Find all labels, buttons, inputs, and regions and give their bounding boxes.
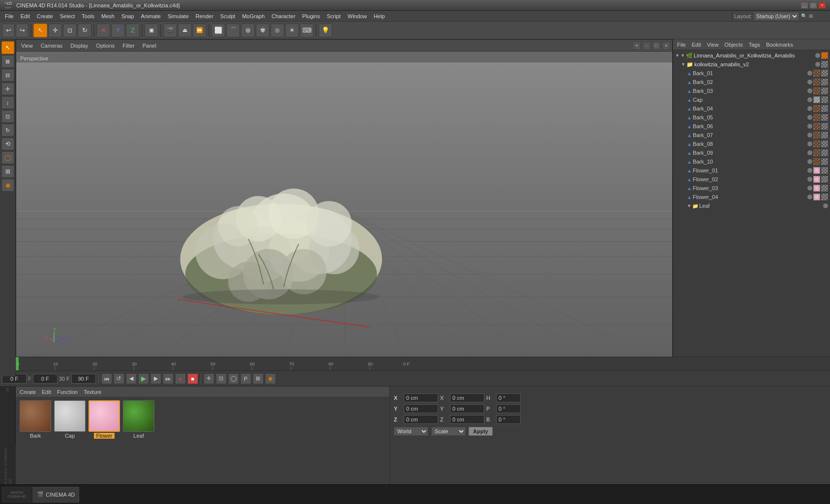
left-tool-11[interactable]: ◉ [1, 179, 14, 192]
obj-bark02-row[interactable]: ▲ Bark_02 [674, 78, 829, 86]
vp-tab-cameras[interactable]: Cameras [38, 42, 66, 50]
render-region-button[interactable]: ⏏ [178, 24, 192, 37]
menu-render[interactable]: Render [193, 12, 216, 20]
obj-menu-file[interactable]: File [675, 41, 688, 49]
obj-bark09-row[interactable]: ▲ Bark_09 [674, 148, 829, 157]
coord-p-input[interactable] [496, 404, 521, 413]
obj-menu-bookmarks[interactable]: Bookmarks [764, 41, 795, 49]
menu-plugins[interactable]: Plugins [299, 12, 323, 20]
nurbs-button[interactable]: ⊛ [241, 24, 255, 37]
stop-button[interactable]: ■ [187, 373, 198, 384]
obj-bark06-row[interactable]: ▲ Bark_06 [674, 122, 829, 131]
transport-extra[interactable]: ◉ [265, 373, 276, 384]
vp-tab-view[interactable]: View [18, 42, 36, 50]
obj-bark05-row[interactable]: ▲ Bark_05 [674, 113, 829, 122]
left-tool-1[interactable]: ↖ [1, 41, 14, 54]
obj-flower01-row[interactable]: ▲ Flower_01 [674, 166, 829, 175]
vp-ctrl-plus[interactable]: + [633, 42, 641, 50]
menu-tools[interactable]: Tools [79, 12, 97, 20]
coord-world-select[interactable]: World Object [394, 427, 428, 436]
obj-bark08-row[interactable]: ▲ Bark_08 [674, 140, 829, 148]
menu-file[interactable]: File [2, 12, 17, 20]
transport-circle[interactable]: ◯ [228, 373, 239, 384]
z-axis-button[interactable]: Z [126, 24, 140, 37]
next-frame-button[interactable]: ▶ [150, 373, 161, 384]
mat-bottom-edit[interactable]: Edit [40, 388, 53, 396]
transport-p[interactable]: P [240, 373, 251, 384]
play-button[interactable]: ▶ [138, 373, 149, 384]
layout-preset-select[interactable]: Startup (User) [754, 12, 799, 21]
object-mode-button[interactable]: ▣ [145, 24, 158, 37]
mat-bottom-create[interactable]: Create [18, 388, 38, 396]
redo-button[interactable]: ↪ [16, 24, 29, 37]
light-bulb-button[interactable]: 💡 [319, 24, 332, 37]
end-frame-input[interactable] [71, 374, 96, 384]
scale-tool-button[interactable]: ⊡ [63, 24, 77, 37]
obj-bark01-row[interactable]: ▲ Bark_01 [674, 69, 829, 78]
undo-button[interactable]: ↩ [2, 24, 15, 37]
apply-button[interactable]: Apply [469, 427, 493, 436]
maximize-button[interactable]: □ [809, 2, 817, 9]
vp-tab-display[interactable]: Display [67, 42, 91, 50]
cube-button[interactable]: ⬜ [211, 24, 225, 37]
coord-b-input[interactable] [496, 415, 521, 424]
mat-bark-item[interactable]: Bark [20, 400, 51, 481]
obj-flower04-row[interactable]: ▲ Flower_04 [674, 193, 829, 201]
menu-select[interactable]: Select [57, 12, 78, 20]
transport-move[interactable]: ✛ [204, 373, 214, 384]
coord-y-input[interactable] [404, 404, 438, 413]
coord-scale-select[interactable]: Scale [431, 427, 466, 436]
loop-button[interactable]: ↺ [114, 373, 124, 384]
menu-simulate[interactable]: Simulate [165, 12, 192, 20]
obj-cap-row[interactable]: ▲ Cap [674, 95, 829, 104]
left-tool-5[interactable]: ↕ [1, 96, 14, 109]
coord-x-size-input[interactable] [450, 393, 484, 402]
coord-z-input[interactable] [404, 415, 438, 424]
obj-leaf-row[interactable]: ▼ 📁 Leaf [674, 201, 829, 210]
first-frame-button[interactable]: ⏮ [101, 373, 112, 384]
last-frame-button[interactable]: ⏭ [163, 373, 174, 384]
y-axis-button[interactable]: Y [111, 24, 125, 37]
frame-display[interactable] [33, 374, 58, 384]
menu-mograph[interactable]: MoGraph [239, 12, 267, 20]
mat-bottom-texture[interactable]: Texture [82, 388, 103, 396]
select-tool-button[interactable]: ↖ [33, 24, 47, 37]
mat-cap-item[interactable]: Cap [54, 400, 86, 481]
transport-scale[interactable]: ⊡ [216, 373, 227, 384]
menu-animate[interactable]: Animate [138, 12, 164, 20]
close-button[interactable]: × [818, 2, 826, 9]
menu-sculpt[interactable]: Sculpt [217, 12, 238, 20]
menu-window[interactable]: Window [345, 12, 370, 20]
menu-character[interactable]: Character [268, 12, 298, 20]
light-button[interactable]: ☀ [285, 24, 299, 37]
left-tool-6[interactable]: ⊡ [1, 110, 14, 123]
taskbar-c4d-button[interactable]: 🎬 CINEMA 4D [32, 487, 79, 503]
record-button[interactable]: ● [175, 373, 186, 384]
left-tool-8[interactable]: ⟲ [1, 138, 14, 150]
left-tool-10[interactable]: ⊞ [1, 165, 14, 178]
vp-ctrl-square[interactable]: □ [652, 42, 660, 50]
obj-menu-objects[interactable]: Objects [722, 41, 744, 49]
tag-button[interactable]: ⌨ [300, 24, 314, 37]
deformer-button[interactable]: ✾ [256, 24, 269, 37]
obj-menu-edit[interactable]: Edit [690, 41, 703, 49]
rotate-tool-button[interactable]: ↻ [78, 24, 91, 37]
vp-tab-filter[interactable]: Filter [119, 42, 137, 50]
spline-button[interactable]: ⌒ [226, 24, 240, 37]
menu-script[interactable]: Script [324, 12, 344, 20]
x-axis-button[interactable]: ✕ [96, 24, 110, 37]
vp-tab-options[interactable]: Options [93, 42, 118, 50]
obj-group-row[interactable]: ▼ 📁 kolkwitzia_amabilis_v2 [674, 60, 829, 69]
menu-snap[interactable]: Snap [119, 12, 137, 20]
vp-ctrl-close[interactable]: × [662, 42, 670, 50]
obj-menu-view[interactable]: View [705, 41, 721, 49]
coord-y-size-input[interactable] [450, 404, 484, 413]
obj-bark10-row[interactable]: ▲ Bark_10 [674, 157, 829, 166]
obj-bark07-row[interactable]: ▲ Bark_07 [674, 131, 829, 140]
left-tool-9[interactable]: ◯ [1, 151, 14, 164]
move-tool-button[interactable]: ✛ [48, 24, 62, 37]
menu-mesh[interactable]: Mesh [98, 12, 118, 20]
vp-tab-panel[interactable]: Panel [140, 42, 159, 50]
render-to-po-button[interactable]: ⏩ [193, 24, 207, 37]
obj-bark04-row[interactable]: ▲ Bark_04 [674, 104, 829, 113]
